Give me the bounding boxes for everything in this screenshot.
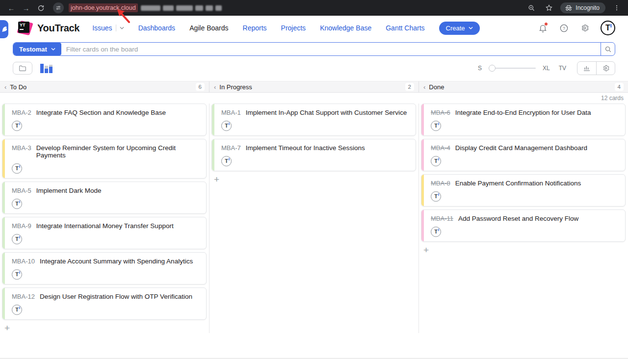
issue-id[interactable]: MBA-3 <box>12 144 31 152</box>
assignee-avatar[interactable]: T <box>12 234 22 244</box>
issue-id[interactable]: MBA-11 <box>431 215 453 222</box>
issue-id[interactable]: MBA-1 <box>221 109 241 116</box>
issue-id[interactable]: MBA-10 <box>12 258 35 265</box>
issue-card[interactable]: MBA-5Implement Dark Mode T <box>2 182 207 214</box>
chevron-down-icon <box>51 48 55 51</box>
issue-card[interactable]: MBA-11Add Password Reset and Recovery Fl… <box>421 209 626 242</box>
issue-title[interactable]: Implement In-App Chat Support with Custo… <box>246 109 407 116</box>
collapse-column-icon[interactable]: ‹ <box>423 83 425 91</box>
filter-input[interactable] <box>61 43 601 55</box>
assignee-avatar[interactable]: T <box>12 269 22 280</box>
issue-title[interactable]: Integrate Account Summary with Spending … <box>40 258 193 265</box>
create-button[interactable]: Create <box>439 22 480 35</box>
board-columns: MBA-2Integrate FAQ Section and Knowledge… <box>0 104 628 333</box>
issue-title[interactable]: Develop Reminder System for Upcoming Cre… <box>36 144 200 159</box>
issue-title[interactable]: Enable Payment Confirmation Notification… <box>455 180 581 187</box>
bookmark-button[interactable] <box>543 1 555 14</box>
issue-title[interactable]: Design User Registration Flow with OTP V… <box>40 293 192 300</box>
assignee-avatar[interactable]: T <box>12 163 22 174</box>
extension-tab[interactable] <box>0 20 8 38</box>
site-info-button[interactable] <box>53 2 64 13</box>
star-icon <box>545 4 553 12</box>
issue-id[interactable]: MBA-9 <box>12 222 31 230</box>
nav-agile-boards[interactable]: Agile Boards <box>189 24 228 32</box>
issue-title[interactable]: Integrate FAQ Section and Knowledge Base <box>36 109 166 116</box>
add-card-button[interactable]: + <box>214 175 219 184</box>
nav-gantt-charts[interactable]: Gantt Charts <box>386 24 424 32</box>
notifications-button[interactable] <box>537 23 548 33</box>
assignee-avatar[interactable]: T <box>431 227 441 237</box>
issue-title[interactable]: Integrate International Money Transfer S… <box>36 222 174 230</box>
backlog-button[interactable] <box>13 62 32 75</box>
burndown-chart-button[interactable] <box>577 62 596 75</box>
tv-mode-button[interactable]: TV <box>559 65 566 72</box>
assignee-avatar[interactable]: T <box>12 199 22 209</box>
forward-button[interactable]: → <box>20 1 32 14</box>
assignee-avatar[interactable]: T <box>221 121 232 131</box>
address-bar[interactable]: john-doe.youtrack.cloud <box>69 3 523 12</box>
issue-card[interactable]: MBA-9Integrate International Money Trans… <box>2 217 207 249</box>
search-button[interactable] <box>601 43 615 55</box>
issue-card[interactable]: MBA-6Integrate End-to-End Encryption for… <box>421 104 626 136</box>
nav-projects[interactable]: Projects <box>281 24 306 32</box>
issue-card[interactable]: MBA-2Integrate FAQ Section and Knowledge… <box>2 104 207 136</box>
back-button[interactable]: ← <box>5 1 18 14</box>
assignee-avatar[interactable]: T <box>431 191 441 202</box>
column-done: MBA-6Integrate End-to-End Encryption for… <box>419 104 628 333</box>
url-text[interactable]: john-doe.youtrack.cloud <box>69 3 138 12</box>
issue-title[interactable]: Implement Timeout for Inactive Sessions <box>246 144 365 152</box>
priority-stripe <box>2 182 5 213</box>
card-size-slider[interactable] <box>489 65 536 72</box>
issue-id[interactable]: MBA-7 <box>221 144 241 152</box>
tune-icon <box>55 5 61 11</box>
issue-id[interactable]: MBA-8 <box>431 180 450 187</box>
issue-id[interactable]: MBA-4 <box>431 144 450 152</box>
issue-card[interactable]: MBA-4Display Credit Card Management Dash… <box>421 139 626 171</box>
issue-card[interactable]: MBA-8Enable Payment Confirmation Notific… <box>421 174 626 207</box>
issue-card[interactable]: MBA-12Design User Registration Flow with… <box>2 287 207 320</box>
youtrack-logo[interactable]: YT YouTrack <box>18 21 79 35</box>
issue-title[interactable]: Add Password Reset and Recovery Flow <box>458 215 578 222</box>
issue-id[interactable]: MBA-12 <box>12 293 35 300</box>
assignee-avatar[interactable]: T <box>431 156 441 166</box>
column-header-in-progress[interactable]: ‹ In Progress 2 <box>209 81 419 92</box>
board-selector-button[interactable]: Testomat <box>13 43 61 55</box>
help-button[interactable]: ? <box>558 23 569 33</box>
reload-button[interactable] <box>34 1 47 14</box>
issue-card[interactable]: MBA-3Develop Reminder System for Upcomin… <box>2 139 207 179</box>
chevron-down-icon[interactable] <box>120 26 124 29</box>
issue-card[interactable]: MBA-7Implement Timeout for Inactive Sess… <box>211 139 416 171</box>
user-avatar[interactable]: T <box>601 21 615 35</box>
chart-view-toggle[interactable] <box>40 63 52 73</box>
nav-dashboards[interactable]: Dashboards <box>138 24 176 32</box>
nav-reports[interactable]: Reports <box>243 24 267 32</box>
assignee-avatar[interactable]: T <box>12 121 22 131</box>
settings-button[interactable] <box>579 23 590 33</box>
issue-card[interactable]: MBA-1Implement In-App Chat Support with … <box>211 104 416 136</box>
nav-knowledge-base[interactable]: Knowledge Base <box>320 24 371 32</box>
add-card-button[interactable]: + <box>4 323 10 333</box>
add-card-button[interactable]: + <box>423 245 429 255</box>
issue-id[interactable]: MBA-2 <box>12 109 31 116</box>
zoom-button[interactable] <box>525 1 538 14</box>
assignee-avatar[interactable]: T <box>12 305 22 315</box>
collapse-column-icon[interactable]: ‹ <box>4 83 6 91</box>
column-header-done[interactable]: ‹ Done 4 <box>419 81 628 92</box>
assignee-avatar[interactable]: T <box>431 121 441 131</box>
issue-title[interactable]: Integrate End-to-End Encryption for User… <box>455 109 591 116</box>
issue-card[interactable]: MBA-10Integrate Account Summary with Spe… <box>2 252 207 285</box>
nav-issues[interactable]: Issues <box>92 24 112 32</box>
testomat-logo-accent <box>438 193 439 196</box>
collapse-column-icon[interactable]: ‹ <box>214 83 216 91</box>
slider-knob[interactable] <box>489 65 496 72</box>
issue-id[interactable]: MBA-5 <box>12 187 31 194</box>
issue-title[interactable]: Display Credit Card Management Dashboard <box>455 144 587 152</box>
chart-bar <box>40 64 44 73</box>
board-settings-button[interactable] <box>596 62 615 75</box>
browser-menu-button[interactable] <box>610 1 623 14</box>
assignee-avatar[interactable]: T <box>221 156 232 166</box>
issue-id[interactable]: MBA-6 <box>431 109 450 116</box>
column-header-todo[interactable]: ‹ To Do 6 <box>0 81 209 92</box>
issue-title[interactable]: Implement Dark Mode <box>36 187 102 194</box>
priority-stripe <box>421 175 424 206</box>
